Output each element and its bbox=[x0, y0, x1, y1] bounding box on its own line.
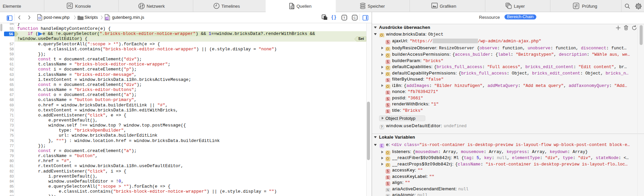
svg-text:C: C bbox=[354, 16, 356, 19]
svg-text:JS: JS bbox=[106, 17, 109, 19]
svg-text:T: T bbox=[343, 16, 345, 19]
